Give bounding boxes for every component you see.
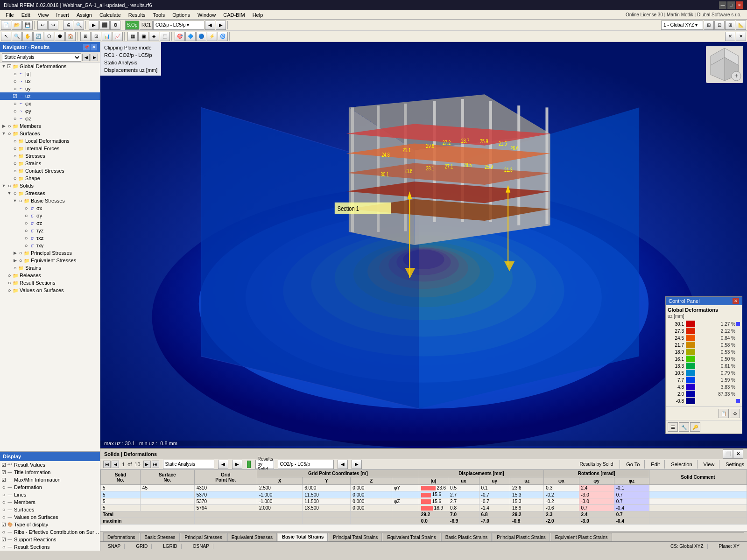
tree-item-releases[interactable]: ○ 📁 Releases [0, 272, 100, 279]
display-check-type-display[interactable]: ☑ [1, 522, 7, 527]
tree-check-shape[interactable]: ○ [12, 175, 18, 181]
undo-btn[interactable]: ↩ [37, 21, 48, 30]
tb-btn7[interactable]: ⚙ [110, 21, 120, 30]
tab-equivalent-total-strains[interactable]: Equivalent Total Strains [383, 533, 440, 541]
menu-calculate[interactable]: Calculate [96, 10, 125, 20]
tb-b11[interactable]: ⬚ [160, 32, 170, 41]
tree-expand-principal-stresses[interactable]: ▶ [12, 250, 18, 256]
tree-expand-shape[interactable] [7, 175, 12, 181]
tt-view[interactable]: View [704, 462, 715, 467]
tree-check-u-abs[interactable]: ○ [12, 71, 18, 77]
tree-check-result-sections[interactable]: ○ [7, 280, 12, 286]
tree-item-values-on-surf[interactable]: ○ 📁 Values on Surfaces [0, 287, 100, 294]
tree-expand-equiv-stresses[interactable]: ▶ [12, 258, 18, 263]
table-close-btn[interactable]: ✕ [733, 449, 743, 459]
tree-item-members[interactable]: ▶ ○ 📁 Members [0, 122, 100, 130]
status-grid[interactable]: GRID [132, 544, 152, 549]
tb-b2[interactable]: ⬢ [55, 32, 65, 41]
table-analysis-combo[interactable]: Static Analysis [163, 460, 214, 469]
open-btn[interactable]: 📂 [12, 21, 22, 30]
tree-item-sol-stresses[interactable]: ▼ ○ 📁 Stresses [0, 189, 100, 197]
tb-b1[interactable]: ⬡ [44, 32, 54, 41]
tree-check-sz[interactable]: ○ [23, 220, 29, 226]
tb-b15[interactable]: ⚡ [207, 32, 217, 41]
tree-check-px[interactable]: ○ [12, 101, 18, 106]
menu-insert[interactable]: Insert [52, 10, 73, 20]
tb-btn5[interactable]: ▶ [89, 21, 99, 30]
menu-assign[interactable]: Assign [73, 10, 96, 20]
table-lc-prev[interactable]: ◀ [338, 460, 348, 469]
tree-item-pz[interactable]: ○ ~ φz [0, 115, 100, 122]
tree-expand-tyz[interactable] [18, 228, 23, 233]
display-item-surfaces-nav[interactable]: ○ — Surfaces [0, 506, 100, 513]
tree-check-global-def[interactable]: ☑ [7, 63, 12, 69]
display-item-members-nav[interactable]: ○ — Members [0, 498, 100, 506]
tree-expand-ux[interactable] [7, 78, 12, 84]
table-rc-combo[interactable]: Results by Solid [255, 460, 274, 469]
page-next[interactable]: ▶ [143, 461, 151, 468]
tree-item-contact-stresses[interactable]: ○ 📁 Contact Stresses [0, 167, 100, 175]
tt-settings[interactable]: Settings [726, 462, 744, 467]
tree-expand-uy[interactable] [7, 86, 12, 91]
menu-help[interactable]: Help [249, 10, 267, 20]
tree-item-tyz[interactable]: ○ σ τyz [0, 227, 100, 234]
tree-item-global-def[interactable]: ▼ ☑ 📁 Global Deformations [0, 63, 100, 70]
tb-b14[interactable]: 🔵 [196, 32, 206, 41]
tab-deformations[interactable]: Deformations [103, 533, 139, 541]
tb-b5[interactable]: ⊡ [91, 32, 101, 41]
nav-pin-btn[interactable]: 📌 [83, 44, 90, 50]
tree-item-equiv-stresses[interactable]: ▶ ○ 📁 Equivalent Stresses [0, 257, 100, 264]
tab-principal-stresses[interactable]: Principal Stresses [181, 533, 226, 541]
zoom-btn[interactable]: 🔍 [12, 32, 22, 41]
display-check-result-values[interactable]: ☑ [1, 462, 7, 468]
tree-expand-pz[interactable] [7, 116, 12, 121]
tree-expand-local-def[interactable] [7, 138, 12, 144]
table-undock-btn[interactable]: ⬜ [723, 449, 733, 459]
tb-btn6[interactable]: ⬛ [99, 21, 110, 30]
tree-check-members[interactable]: ○ [7, 123, 12, 129]
tb-b4[interactable]: ⊞ [80, 32, 91, 41]
close-button[interactable]: ✕ [736, 1, 743, 9]
tree-item-principal-stresses[interactable]: ▶ ○ 📁 Principal Stresses [0, 249, 100, 257]
table-lc-combo[interactable]: CO2/p - LC5/p [278, 460, 334, 469]
tt-edit[interactable]: Edit [651, 462, 660, 467]
tree-expand-contact-stresses[interactable] [7, 168, 12, 174]
rotate-btn[interactable]: 🔄 [33, 32, 43, 41]
tab-equivalent-stresses[interactable]: Equivalent Stresses [227, 533, 277, 541]
display-item-deformation-nav[interactable]: ○ — Deformation [0, 483, 100, 491]
tree-expand-solids[interactable]: ▼ [1, 183, 7, 189]
cp-tb2[interactable]: 🔧 [679, 422, 689, 432]
tree-item-strains[interactable]: ○ 📁 Strains [0, 160, 100, 167]
tb-b8[interactable]: ▦ [127, 32, 138, 41]
display-check-title-info[interactable]: ☑ [1, 469, 7, 475]
tree-expand-stresses[interactable] [7, 153, 12, 159]
tb-btn11[interactable]: 📐 [736, 21, 746, 30]
tree-check-ux[interactable]: ○ [12, 78, 18, 84]
tree-item-px[interactable]: ○ ~ φx [0, 100, 100, 107]
tree-item-py[interactable]: ○ ~ φy [0, 107, 100, 115]
tree-check-stresses[interactable]: ○ [12, 153, 18, 159]
display-check-values-on-surfaces-nav[interactable]: ○ [1, 514, 7, 520]
axis-dropdown[interactable]: 1 - Global XYZ ▾ [661, 21, 703, 30]
nav-next[interactable]: ▶ [216, 21, 226, 30]
tb-b9[interactable]: ▣ [138, 32, 148, 41]
tree-item-local-def[interactable]: ○ 📁 Local Deformations [0, 137, 100, 145]
tree-item-internal-forces[interactable]: ○ 📁 Internal Forces [0, 145, 100, 152]
tree-check-sy[interactable]: ○ [23, 213, 29, 218]
tree-expand-sy[interactable] [18, 213, 23, 218]
tab-basic-total-strains[interactable]: Basic Total Strains [278, 533, 328, 541]
nav-prev[interactable]: ◀ [205, 21, 215, 30]
tb-b13[interactable]: 🔷 [185, 32, 196, 41]
cp-export-btn[interactable]: 📋 [719, 409, 729, 418]
tt-goto[interactable]: Go To [626, 462, 640, 467]
page-first[interactable]: ⏮ [103, 461, 111, 468]
tree-check-sol-stresses[interactable]: ○ [12, 190, 18, 196]
display-item-ribs-nav[interactable]: ○ — Ribs - Effective Contribution on Sur… [0, 528, 100, 536]
tree-item-solids[interactable]: ▼ ○ 📁 Solids [0, 182, 100, 189]
tree-check-uz[interactable]: ☑ [12, 93, 18, 99]
cp-tb3[interactable]: 🔑 [690, 422, 700, 432]
tree-expand-values-on-surf[interactable] [1, 287, 7, 293]
table-combo-prev[interactable]: ◀ [218, 460, 228, 469]
tree-item-basic-stresses[interactable]: ▼ ○ 📁 Basic Stresses [0, 197, 100, 204]
display-check-surfaces-nav[interactable]: ○ [1, 507, 7, 512]
